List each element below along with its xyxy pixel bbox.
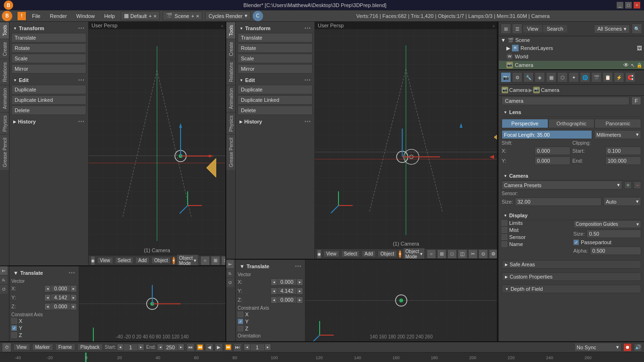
props-icon-6[interactable]: ⬡ bbox=[557, 72, 568, 82]
y-left-arrow-1[interactable]: ◂ bbox=[44, 294, 51, 301]
props-icon-11[interactable]: ⚡ bbox=[614, 72, 624, 82]
minimize-button[interactable]: _ bbox=[617, 2, 623, 8]
render-engine-dropdown[interactable]: Cycles Render ▾ bbox=[205, 11, 250, 20]
tree-world[interactable]: W World bbox=[499, 52, 644, 61]
menu-render[interactable]: Render bbox=[46, 12, 71, 20]
tab-tools-1[interactable]: Tools bbox=[0, 22, 9, 39]
camera-presets-dropdown[interactable]: Camera Presets ▾ bbox=[502, 181, 622, 189]
sf-right[interactable]: ▸ bbox=[138, 344, 144, 351]
orthographic-tab[interactable]: Orthographic bbox=[548, 119, 595, 128]
vp2-icon3[interactable]: □ bbox=[447, 249, 457, 259]
mirror-btn-2[interactable]: Mirror bbox=[238, 64, 313, 74]
lens-header[interactable]: ▼ Lens bbox=[502, 108, 641, 117]
vp1-view[interactable]: View bbox=[97, 257, 113, 264]
tab-animation-1[interactable]: Animation bbox=[0, 85, 9, 112]
x-checkbox-2[interactable] bbox=[238, 312, 243, 317]
shift-y-value[interactable]: 0.000 bbox=[535, 156, 570, 165]
safe-areas-header[interactable]: ▶ Safe Areas bbox=[502, 260, 641, 269]
duplicate-linked-btn-1[interactable]: Duplicate Linked bbox=[11, 95, 86, 105]
vp1-add[interactable]: Add bbox=[135, 257, 149, 264]
menu-help[interactable]: Help bbox=[100, 12, 119, 20]
timeline-ruler[interactable]: -40 -20 0 20 40 60 80 100 120 140 160 18… bbox=[0, 353, 644, 362]
props-icon-3[interactable]: 🔧 bbox=[523, 72, 534, 82]
history-dots-2[interactable]: ⋯ bbox=[304, 118, 311, 125]
x-right-arrow-1[interactable]: ▸ bbox=[70, 285, 77, 292]
outliner-search[interactable]: Search bbox=[543, 25, 567, 33]
dof-header[interactable]: ▼ Depth of Field bbox=[502, 285, 641, 293]
edit-dots-2[interactable]: ⋯ bbox=[304, 76, 311, 84]
vp1-select[interactable]: Select bbox=[115, 257, 134, 264]
vp2-icon1[interactable]: ○ bbox=[427, 249, 436, 259]
search-icon[interactable]: 🔍 bbox=[632, 24, 642, 34]
props-icon-9[interactable]: 🎬 bbox=[591, 72, 602, 82]
tab-grease-pencil-1[interactable]: Grease Pencil bbox=[0, 134, 9, 170]
translate-btn-2[interactable]: Translate bbox=[238, 33, 313, 42]
all-scenes-dropdown[interactable]: All Scenes ▾ bbox=[594, 25, 630, 33]
tl-view-btn[interactable]: View bbox=[13, 344, 30, 351]
menu-file[interactable]: File bbox=[28, 12, 44, 20]
props-icon-2[interactable]: ⚙ bbox=[512, 72, 522, 82]
history-dots-1[interactable]: ⋯ bbox=[78, 118, 84, 125]
props-icon-5[interactable]: ▦ bbox=[546, 72, 556, 82]
comp-guides-dropdown[interactable]: Composition Guides ▾ bbox=[573, 220, 641, 228]
cf-value[interactable]: 1 bbox=[250, 344, 264, 351]
props-icon-12[interactable]: 🧲 bbox=[625, 72, 636, 82]
z-left-arrow-1[interactable]: ◂ bbox=[44, 303, 51, 310]
vp2-icon4[interactable]: ◫ bbox=[458, 249, 467, 259]
ef-right[interactable]: ▸ bbox=[178, 344, 184, 351]
props-icon-1[interactable]: 📷 bbox=[501, 72, 511, 82]
play-back-btn[interactable]: ◀ bbox=[205, 343, 214, 352]
ef-value[interactable]: 250 bbox=[164, 344, 178, 351]
tab-relations-2[interactable]: Relations bbox=[226, 59, 235, 85]
tab-animation-2[interactable]: Animation bbox=[226, 85, 235, 112]
z-right-arrow-1[interactable]: ▸ bbox=[70, 303, 77, 310]
bottom-viewport-1[interactable]: -40 -20 0 20 40 60 80 100 120 140 bbox=[79, 266, 225, 341]
transform-dots-2[interactable]: ⋯ bbox=[304, 25, 311, 32]
tl-marker-btn[interactable]: Marker bbox=[32, 344, 53, 351]
tab-create-1[interactable]: Create bbox=[0, 39, 9, 59]
outliner-icon-1[interactable]: ⊞ bbox=[501, 24, 511, 34]
y-right-arrow-1[interactable]: ▸ bbox=[70, 294, 77, 301]
vp2-object[interactable]: Object bbox=[378, 250, 397, 257]
vp1-icon3[interactable]: □ bbox=[221, 256, 225, 265]
tab-p-4[interactable]: P bbox=[226, 269, 234, 278]
sf-value[interactable]: 1 bbox=[124, 344, 138, 351]
scale-btn-1[interactable]: Scale bbox=[11, 54, 86, 63]
vp1-object[interactable]: Object bbox=[151, 257, 171, 264]
x-value-1[interactable]: 0.000 bbox=[51, 285, 70, 292]
bottom-viewport-2[interactable]: 140 160 180 200 220 240 260 bbox=[305, 260, 497, 341]
panoramic-tab[interactable]: Panoramic bbox=[594, 119, 641, 128]
tab-tools-2[interactable]: Tools bbox=[226, 22, 235, 39]
tl-playback-btn[interactable]: Playback bbox=[77, 344, 103, 351]
x-right-arrow-2[interactable]: ▸ bbox=[297, 279, 303, 286]
vp2-add[interactable]: Add bbox=[362, 250, 376, 257]
focal-length-field[interactable]: Focal Length: 35.00 bbox=[502, 130, 592, 139]
delete-btn-2[interactable]: Delete bbox=[238, 106, 313, 115]
duplicate-btn-1[interactable]: Duplicate bbox=[11, 85, 86, 94]
tab-tools-4[interactable]: T bbox=[226, 260, 234, 269]
x-left-arrow-1[interactable]: ◂ bbox=[44, 285, 51, 292]
x-checkbox-1[interactable] bbox=[11, 318, 17, 324]
edit-header-2[interactable]: ▼ Edit ⋯ bbox=[238, 75, 313, 85]
jump-start-btn[interactable]: ⏮ bbox=[186, 343, 195, 352]
tab-relations-1[interactable]: Relations bbox=[0, 59, 9, 85]
vp2-icon6[interactable]: ⊙ bbox=[479, 249, 488, 259]
camera-name-field[interactable] bbox=[502, 97, 629, 105]
display-header[interactable]: ▼ Display bbox=[502, 211, 641, 220]
tab-physics-3[interactable]: P bbox=[0, 275, 8, 284]
mist-cb[interactable] bbox=[502, 227, 507, 233]
edit-header-1[interactable]: ▼ Edit ⋯ bbox=[11, 75, 86, 85]
history-header-1[interactable]: ▶ History ⋯ bbox=[11, 117, 86, 126]
custom-props-header[interactable]: ▶ Custom Properties bbox=[502, 272, 641, 281]
viewport-2[interactable]: User Persp + bbox=[315, 22, 497, 259]
play-btn[interactable]: ▶ bbox=[215, 343, 223, 352]
auto-dropdown[interactable]: Auto ▾ bbox=[603, 197, 641, 206]
end-value[interactable]: 100.000 bbox=[605, 156, 641, 165]
cf-left[interactable]: ◂ bbox=[244, 344, 250, 351]
y-value-1[interactable]: 4.142 bbox=[51, 294, 70, 301]
record-btn[interactable]: ⏺ bbox=[623, 343, 632, 352]
alpha-value[interactable]: 0.500 bbox=[590, 247, 641, 255]
vp2-icon[interactable]: ◉ bbox=[317, 249, 322, 259]
props-icon-7[interactable]: ✦ bbox=[569, 72, 579, 82]
props-icon-4[interactable]: ◈ bbox=[535, 72, 545, 82]
